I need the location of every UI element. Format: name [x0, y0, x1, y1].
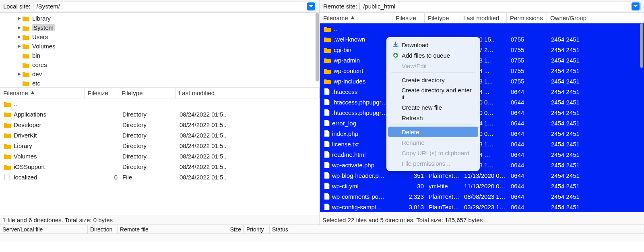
list-item[interactable]: .well-known2/2020 15..07552454 2451: [320, 34, 644, 44]
tq-col-status[interactable]: Status: [270, 225, 644, 233]
list-item[interactable]: wp-cli.yml30yml-file11/13/2020 0…0644245…: [320, 181, 644, 191]
list-item[interactable]: .htaccess.phpupgr…7/2020 0…06442454 2451: [320, 107, 644, 118]
list-item[interactable]: iOSSupportDirectory08/24/2022 01:5..: [0, 161, 320, 172]
expand-icon[interactable]: [17, 81, 22, 86]
menu-item[interactable]: Delete: [388, 127, 478, 137]
col-filename[interactable]: Filename: [320, 13, 392, 23]
expand-icon[interactable]: [17, 62, 22, 67]
tq-col-direction[interactable]: Direction: [88, 225, 118, 233]
list-item[interactable]: ..: [320, 23, 644, 34]
list-item[interactable]: ..: [0, 98, 320, 109]
tq-col-remotefile[interactable]: Remote file: [118, 225, 226, 233]
file-name: error_log: [332, 120, 356, 127]
menu-item[interactable]: Add files to queue: [388, 50, 478, 60]
file-icon: [324, 120, 330, 126]
list-item[interactable]: index.php1/2020 0…06442454 2451: [320, 128, 644, 139]
menu-item[interactable]: Create new file: [388, 102, 478, 112]
tree-item[interactable]: Volumes: [0, 42, 320, 51]
list-item[interactable]: wp-admin8/2023 1..07552454 2451: [320, 55, 644, 65]
tree-item[interactable]: Users: [0, 32, 320, 42]
file-owner: 2454 2451: [549, 141, 644, 148]
local-file-list[interactable]: ..ApplicationsDirectory08/24/2022 01:5..…: [0, 98, 320, 215]
file-owner: 2454 2451: [549, 193, 644, 200]
list-item[interactable]: ApplicationsDirectory08/24/2022 01:5..: [0, 109, 320, 119]
list-item[interactable]: wp-includes7/2023 1...07552454 2451: [320, 76, 644, 86]
file-type: File: [120, 174, 177, 181]
list-item[interactable]: DriverKitDirectory08/24/2022 01:5..: [0, 130, 320, 140]
file-permissions: 0644: [508, 183, 549, 190]
scrollbar-thumb[interactable]: [316, 13, 319, 81]
remote-path-dropdown[interactable]: [632, 2, 640, 10]
col-filetype[interactable]: Filetype: [425, 13, 460, 23]
list-item[interactable]: wp-comments-po…2,323PlainTextT…08/08/202…: [320, 191, 644, 202]
expand-icon[interactable]: [17, 53, 22, 58]
col-filesize[interactable]: Filesize: [85, 88, 118, 98]
tq-col-size[interactable]: Size: [226, 225, 244, 233]
list-item[interactable]: .localized0File08/24/2022 01:5..: [0, 172, 320, 182]
file-icon: [324, 88, 330, 95]
list-item[interactable]: wp-content8/2024 ...07552454 2451: [320, 65, 644, 76]
menu-item[interactable]: Refresh: [388, 112, 478, 123]
list-item[interactable]: wp-blog-header.p…351PlainTextT…11/13/202…: [320, 170, 644, 181]
remote-file-list[interactable]: ...well-known2/2020 15..07552454 2451cgi…: [320, 23, 644, 215]
menu-item[interactable]: Download: [388, 40, 478, 50]
list-item[interactable]: error_log7/2024 1…06442454 2451: [320, 118, 644, 128]
col-ownergroup[interactable]: Owner/Group: [547, 13, 644, 23]
expand-icon[interactable]: [17, 16, 22, 21]
expand-icon[interactable]: [17, 44, 22, 49]
col-filesize[interactable]: Filesize: [392, 13, 425, 23]
list-item[interactable]: readme.html0/2024 …06442454 2451: [320, 149, 644, 160]
local-column-header: Filename Filesize Filetype Last modified: [0, 88, 320, 98]
local-path-field[interactable]: /System/: [33, 2, 316, 11]
file-icon: [324, 162, 330, 168]
file-permissions: 0644: [508, 204, 549, 210]
tree-item[interactable]: etc: [0, 79, 320, 88]
file-owner: 2454 2451: [549, 99, 644, 106]
col-lastmodified[interactable]: Last modified: [460, 13, 507, 23]
list-item[interactable]: LibraryDirectory08/24/2022 01:5..: [0, 140, 320, 151]
list-item[interactable]: wp-activate.php8/2023 1…06442454 2451: [320, 160, 644, 170]
local-path-dropdown[interactable]: [307, 2, 315, 10]
list-item[interactable]: .htaccess.phpupgr…7/2020 0…06442454 2451: [320, 97, 644, 107]
file-name: wp-blog-header.p…: [332, 172, 385, 179]
list-item[interactable]: wp-config-sampl…3,013PlainTextT…03/29/20…: [320, 202, 644, 212]
remote-path-field[interactable]: /public_html: [359, 2, 641, 11]
list-item[interactable]: cgi-bin2/2017 2…07552454 2451: [320, 44, 644, 55]
list-item[interactable]: .htaccess8/2024 ...06442454 2451: [320, 86, 644, 97]
col-lastmodified[interactable]: Last modified: [175, 88, 320, 98]
tree-item-label: Library: [32, 15, 51, 22]
col-permissions[interactable]: Permissions: [507, 13, 547, 23]
context-menu: DownloadAdd files to queueView/EditCreat…: [386, 37, 480, 171]
file-icon: [324, 193, 330, 200]
expand-icon[interactable]: [17, 25, 22, 30]
menu-item[interactable]: Create directory: [388, 75, 478, 85]
menu-item[interactable]: Create directory and enter it: [388, 85, 478, 102]
tree-item[interactable]: System: [0, 23, 320, 32]
expand-icon[interactable]: [17, 72, 22, 77]
tree-item[interactable]: cores: [0, 60, 320, 69]
tree-item[interactable]: dev: [0, 69, 320, 79]
col-filetype[interactable]: Filetype: [118, 88, 175, 98]
file-name: wp-cli.yml: [332, 183, 359, 190]
scrollbar-thumb[interactable]: [640, 23, 643, 68]
local-path-text: /System/: [37, 3, 307, 10]
tree-item[interactable]: bin: [0, 51, 320, 60]
file-permissions: 0644: [508, 172, 549, 179]
file-icon: [324, 109, 330, 116]
local-directory-tree[interactable]: LibrarySystemUsersVolumesbincoresdevetc: [0, 13, 320, 88]
expand-icon[interactable]: [17, 35, 22, 40]
list-item[interactable]: license.txt7/2023 1…06442454 2451: [320, 139, 644, 149]
list-item[interactable]: DeveloperDirectory08/24/2022 01:5..: [0, 119, 320, 130]
folder-icon: [23, 34, 30, 40]
file-permissions: 0755: [508, 36, 549, 43]
file-name: readme.html: [332, 151, 365, 158]
local-status: 1 file and 6 directories. Total size: 0 …: [0, 215, 320, 225]
tree-item[interactable]: Library: [0, 14, 320, 23]
list-item[interactable]: VolumesDirectory08/24/2022 01:5..: [0, 151, 320, 161]
col-filename[interactable]: Filename: [0, 88, 85, 98]
tq-col-serverlocal[interactable]: Server/Local file: [0, 225, 88, 233]
file-name: iOSSupport: [14, 163, 45, 170]
folder-icon: [324, 57, 331, 63]
sort-asc-icon: [31, 90, 35, 96]
tq-col-priority[interactable]: Priority: [244, 225, 270, 233]
